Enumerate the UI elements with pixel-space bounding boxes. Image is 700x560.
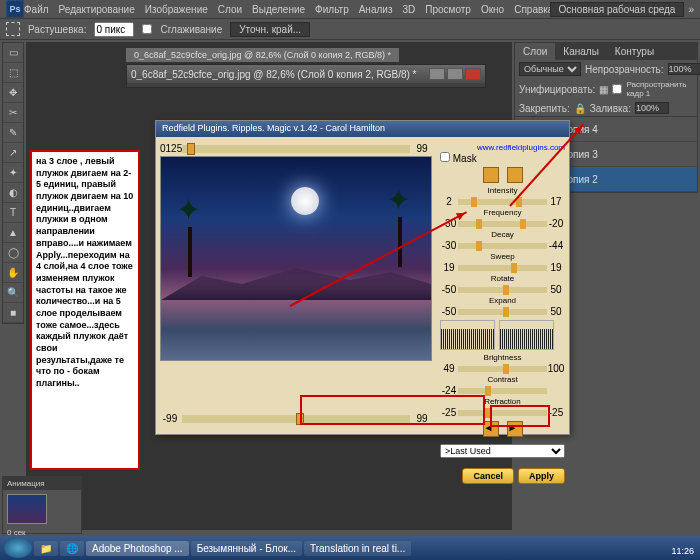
palm-left (166, 197, 216, 277)
val: 2 (440, 196, 458, 207)
close-button[interactable] (465, 68, 481, 80)
refine-edge-button[interactable]: Уточн. край... (230, 22, 310, 37)
val: 50 (547, 284, 565, 295)
propagate-label: Распространить кадр 1 (626, 80, 693, 98)
minimize-button[interactable] (429, 68, 445, 80)
contrast-slider[interactable] (458, 388, 547, 394)
tool-crop[interactable]: ✂ (3, 103, 23, 123)
fill-label: Заливка: (590, 103, 631, 114)
marquee-icon[interactable] (6, 22, 20, 36)
taskbar-icon[interactable]: 📁 (34, 541, 58, 556)
tab-channels[interactable]: Каналы (555, 43, 607, 60)
val: -30 (440, 240, 458, 251)
tool-eyedropper[interactable]: ↗ (3, 143, 23, 163)
preset-select[interactable]: >Last Used (440, 444, 565, 458)
tab-layers[interactable]: Слои (515, 43, 555, 60)
menu-select[interactable]: Выделение (252, 4, 305, 15)
feather-input[interactable] (94, 22, 134, 37)
tool-text[interactable]: T (3, 203, 23, 223)
taskbar: 📁 🌐 Adobe Photoshop ... Безымянный - Бло… (0, 536, 700, 560)
cancel-button[interactable]: Cancel (462, 468, 514, 484)
unify-label: Унифицировать: (519, 84, 595, 95)
menu-help[interactable]: Справка (514, 4, 553, 15)
taskbar-item[interactable]: Adobe Photoshop ... (86, 541, 189, 556)
menu-layers[interactable]: Слои (218, 4, 242, 15)
tool-move[interactable]: ▭ (3, 43, 23, 63)
intensity-slider[interactable] (458, 199, 547, 205)
highlight-box (490, 405, 550, 427)
animation-panel: Анимация 0 сек (2, 476, 82, 534)
tool-marquee[interactable]: ⬚ (3, 63, 23, 83)
expand-label: Expand (440, 296, 565, 305)
propagate-checkbox[interactable] (612, 84, 622, 94)
document-title: 0_6c8af_52c9cfce_orig.jpg @ 82,6% (Слой … (131, 69, 417, 80)
taskbar-item[interactable]: Translation in real ti... (304, 541, 411, 556)
mask-checkbox[interactable] (440, 152, 450, 162)
annotation-note: на 3 слое , левый плужок двигаем на 2-5 … (30, 150, 140, 470)
fill-input[interactable] (635, 102, 669, 114)
plugin-title: Redfield Plugins. Ripples. Magic v.1.42 … (156, 121, 569, 137)
histogram (499, 320, 554, 350)
menu-window[interactable]: Окно (481, 4, 504, 15)
frame-thumb[interactable] (7, 494, 47, 524)
preset-icon[interactable] (507, 167, 523, 183)
tool-brush[interactable]: ✎ (3, 123, 23, 143)
brightness-slider[interactable] (458, 366, 547, 372)
opacity-input[interactable] (668, 63, 700, 75)
menu-edit[interactable]: Редактирование (59, 4, 135, 15)
sweep-slider[interactable] (458, 265, 547, 271)
frequency-slider[interactable] (458, 221, 547, 227)
toolbox: ▭ ⬚ ✥ ✂ ✎ ↗ ✦ ◐ T ▲ ◯ ✋ 🔍 ■ (2, 42, 24, 324)
lock-icon[interactable]: 🔒 (574, 103, 586, 114)
menu-view[interactable]: Просмотр (425, 4, 471, 15)
blend-mode-select[interactable]: Обычные (519, 62, 581, 76)
decay-slider[interactable] (458, 243, 547, 249)
bottom-left-val: -99 (160, 413, 180, 424)
tab-paths[interactable]: Контуры (607, 43, 662, 60)
mask-label: Mask (453, 153, 477, 164)
contrast-label: Contrast (440, 375, 565, 384)
tool-pen[interactable]: ▲ (3, 223, 23, 243)
taskbar-icon[interactable]: 🌐 (60, 541, 84, 556)
app-logo: Ps (6, 0, 24, 18)
apply-button[interactable]: Apply (518, 468, 565, 484)
val: 17 (547, 196, 565, 207)
antialias-checkbox[interactable] (142, 24, 152, 34)
top-slider[interactable] (182, 145, 410, 153)
menu-3d[interactable]: 3D (402, 4, 415, 15)
tool-heal[interactable]: ✦ (3, 163, 23, 183)
document-tab[interactable]: 0_6c8af_52c9cfce_orig.jpg @ 82,6% (Слой … (126, 48, 399, 62)
sweep-label: Sweep (440, 252, 565, 261)
maximize-button[interactable] (447, 68, 463, 80)
plugin-link[interactable]: www.redfieldplugins.com (477, 143, 565, 152)
start-button[interactable] (4, 538, 32, 558)
tool-zoom[interactable]: 🔍 (3, 283, 23, 303)
menu-filter[interactable]: Фильтр (315, 4, 349, 15)
tool-shape[interactable]: ◯ (3, 243, 23, 263)
feather-label: Растушевка: (28, 24, 86, 35)
menu-image[interactable]: Изображение (145, 4, 208, 15)
taskbar-item[interactable]: Безымянный - Блок... (191, 541, 302, 556)
decay-label: Decay (440, 230, 565, 239)
menu-file[interactable]: Файл (24, 4, 49, 15)
workspace-button[interactable]: Основная рабочая среда (550, 2, 685, 17)
expand-slider[interactable] (458, 309, 547, 315)
tool-hand[interactable]: ✋ (3, 263, 23, 283)
chevron-icon[interactable]: » (688, 4, 694, 15)
val: -50 (440, 306, 458, 317)
val: 19 (547, 262, 565, 273)
val: -50 (440, 284, 458, 295)
clock[interactable]: 11:26 (671, 546, 694, 556)
rotate-slider[interactable] (458, 287, 547, 293)
top-right-val: 99 (412, 143, 432, 154)
preview-image (160, 156, 432, 361)
tool-lasso[interactable]: ✥ (3, 83, 23, 103)
preset-icon[interactable] (483, 167, 499, 183)
lock-label: Закрепить: (519, 103, 570, 114)
unify-icon[interactable]: ▦ (599, 84, 608, 95)
val: -20 (547, 218, 565, 229)
animation-tab[interactable]: Анимация (3, 477, 81, 490)
menu-analysis[interactable]: Анализ (359, 4, 393, 15)
tool-swatch[interactable]: ■ (3, 303, 23, 323)
tool-dodge[interactable]: ◐ (3, 183, 23, 203)
